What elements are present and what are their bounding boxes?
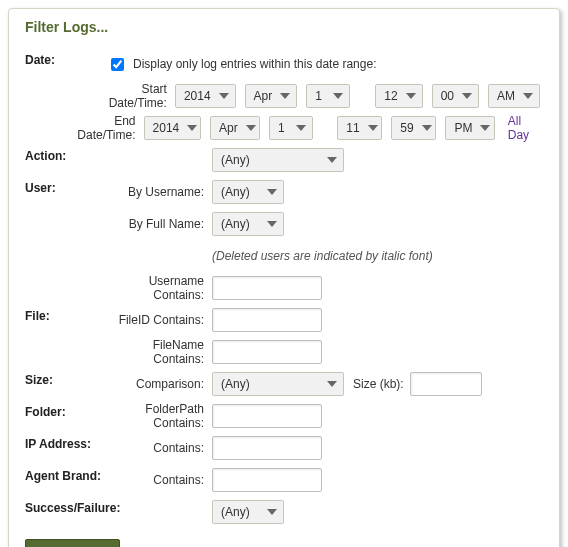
deleted-users-note: (Deleted users are indicated by italic f… xyxy=(212,249,543,263)
section-file-label: File: xyxy=(25,305,107,323)
start-date-label: Start Date/Time: xyxy=(90,82,175,110)
date-range-checkbox-label: Display only log entries within this dat… xyxy=(133,57,376,71)
section-success-label: Success/Failure: xyxy=(25,497,130,515)
start-hour-select[interactable]: 12 xyxy=(375,84,422,108)
svg-marker-14 xyxy=(267,221,277,227)
chevron-down-icon xyxy=(480,125,490,131)
svg-marker-7 xyxy=(246,125,256,131)
panel-title: Filter Logs... xyxy=(25,19,543,35)
username-contains-label: Username Contains: xyxy=(107,274,212,302)
end-date-label: End Date/Time: xyxy=(76,114,144,142)
start-day-select[interactable]: 1 xyxy=(306,84,350,108)
start-month-select[interactable]: Apr xyxy=(245,84,298,108)
chevron-down-icon xyxy=(523,93,533,99)
svg-marker-2 xyxy=(333,93,343,99)
chevron-down-icon xyxy=(327,157,337,163)
svg-marker-3 xyxy=(406,93,416,99)
by-fullname-select[interactable]: (Any) xyxy=(212,212,284,236)
chevron-down-icon xyxy=(368,125,378,131)
end-year-select[interactable]: 2014 xyxy=(144,116,201,140)
comparison-select[interactable]: (Any) xyxy=(212,372,344,396)
end-month-select[interactable]: Apr xyxy=(210,116,260,140)
chevron-down-icon xyxy=(333,93,343,99)
comparison-label: Comparison: xyxy=(107,377,212,391)
by-username-select[interactable]: (Any) xyxy=(212,180,284,204)
chevron-down-icon xyxy=(462,93,472,99)
size-kb-input[interactable] xyxy=(410,372,482,396)
svg-marker-11 xyxy=(480,125,490,131)
end-day-select[interactable]: 1 xyxy=(269,116,313,140)
svg-marker-12 xyxy=(327,157,337,163)
section-agent-label: Agent Brand: xyxy=(25,465,107,483)
svg-marker-16 xyxy=(267,509,277,515)
fileid-contains-label: FileID Contains: xyxy=(107,313,212,327)
section-user-label: User: xyxy=(25,177,107,195)
svg-marker-10 xyxy=(422,125,432,131)
apply-filters-button[interactable]: Apply Filters xyxy=(25,539,120,547)
success-failure-select[interactable]: (Any) xyxy=(212,500,284,524)
all-day-link[interactable]: All Day xyxy=(508,114,543,142)
ip-contains-label: Contains: xyxy=(107,441,212,455)
end-ampm-select[interactable]: PM xyxy=(445,116,494,140)
chevron-down-icon xyxy=(267,509,277,515)
chevron-down-icon xyxy=(296,125,306,131)
chevron-down-icon xyxy=(246,125,256,131)
svg-marker-5 xyxy=(523,93,533,99)
svg-marker-4 xyxy=(462,93,472,99)
fileid-contains-input[interactable] xyxy=(212,308,322,332)
section-action-label: Action: xyxy=(25,145,107,163)
by-username-label: By Username: xyxy=(107,185,212,199)
end-minute-select[interactable]: 59 xyxy=(391,116,436,140)
svg-marker-8 xyxy=(296,125,306,131)
svg-marker-0 xyxy=(219,93,229,99)
folderpath-contains-label: FolderPath Contains: xyxy=(107,402,212,430)
agent-contains-input[interactable] xyxy=(212,468,322,492)
chevron-down-icon xyxy=(422,125,432,131)
section-ip-label: IP Address: xyxy=(25,433,107,451)
chevron-down-icon xyxy=(406,93,416,99)
svg-marker-9 xyxy=(368,125,378,131)
action-select[interactable]: (Any) xyxy=(212,148,344,172)
filename-contains-label: FileName Contains: xyxy=(107,338,212,366)
size-kb-label: Size (kb): xyxy=(353,377,404,391)
folderpath-contains-input[interactable] xyxy=(212,404,322,428)
svg-marker-1 xyxy=(280,93,290,99)
by-fullname-label: By Full Name: xyxy=(107,217,212,231)
svg-marker-13 xyxy=(267,189,277,195)
filename-contains-input[interactable] xyxy=(212,340,322,364)
section-folder-label: Folder: xyxy=(25,401,107,419)
agent-contains-label: Contains: xyxy=(107,473,212,487)
chevron-down-icon xyxy=(219,93,229,99)
chevron-down-icon xyxy=(267,221,277,227)
chevron-down-icon xyxy=(187,125,197,131)
ip-contains-input[interactable] xyxy=(212,436,322,460)
start-ampm-select[interactable]: AM xyxy=(488,84,540,108)
date-range-checkbox[interactable] xyxy=(111,58,124,71)
end-hour-select[interactable]: 11 xyxy=(337,116,382,140)
chevron-down-icon xyxy=(280,93,290,99)
filter-logs-panel: Filter Logs... Date: Display only log en… xyxy=(8,8,560,547)
svg-marker-15 xyxy=(327,381,337,387)
section-size-label: Size: xyxy=(25,369,107,387)
username-contains-input[interactable] xyxy=(212,276,322,300)
section-date-label: Date: xyxy=(25,49,107,67)
start-minute-select[interactable]: 00 xyxy=(432,84,479,108)
chevron-down-icon xyxy=(327,381,337,387)
chevron-down-icon xyxy=(267,189,277,195)
svg-marker-6 xyxy=(187,125,197,131)
start-year-select[interactable]: 2014 xyxy=(175,84,236,108)
